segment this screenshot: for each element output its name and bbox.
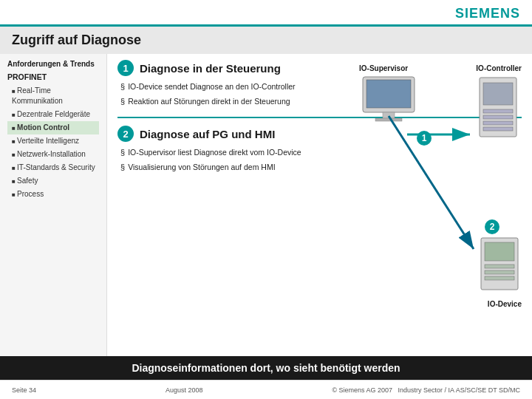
main-content: Anforderungen & Trends PROFINET Real-Tim…	[0, 54, 532, 364]
content-area: 1 Diagnose in der Steuerung IO-Device se…	[107, 54, 532, 364]
sidebar-item-itstandards[interactable]: IT-Standards & Security	[7, 161, 99, 174]
sidebar-section-anforderungen: Anforderungen & Trends	[7, 60, 99, 68]
diagram-area: IO-Supervisor IO-Controller	[344, 57, 522, 338]
sidebar: Anforderungen & Trends PROFINET Real-Tim…	[0, 54, 107, 364]
section2-title: Diagnose auf PG und HMI	[140, 128, 275, 140]
footer-copyright: © Siemens AG 2007 Industry Sector / IA A…	[332, 386, 520, 394]
section1-number: 1	[117, 60, 134, 76]
sidebar-item-safety[interactable]: Safety	[7, 174, 99, 188]
sidebar-item-process[interactable]: Process	[7, 188, 99, 201]
page-footer: Seite 34 August 2008 © Siemens AG 2007 I…	[0, 380, 532, 399]
sidebar-item-netzwerk[interactable]: Netzwerk-Installation	[7, 148, 99, 161]
diagram-badge-2: 2	[485, 219, 499, 234]
section2-number: 2	[117, 126, 134, 142]
siemens-logo: SIEMENS	[455, 6, 520, 21]
sidebar-item-realtime[interactable]: Real-Time Kommunikation	[7, 84, 99, 108]
section1-title: Diagnose in der Steuerung	[140, 62, 281, 75]
sidebar-item-dezentrale[interactable]: Dezentrale Feldgeräte	[7, 108, 99, 121]
bottom-banner-text: Diagnoseinformationen dort, wo sieht ben…	[132, 362, 400, 374]
bottom-banner: Diagnoseinformationen dort, wo sieht ben…	[0, 356, 532, 380]
sidebar-profinet-label: PROFINET	[7, 72, 99, 81]
footer-page-label: Seite 34	[12, 386, 36, 394]
page-title: Zugriff auf Diagnose	[0, 27, 532, 54]
footer-date: August 2008	[166, 386, 203, 394]
sidebar-item-motion-control[interactable]: Motion Control	[7, 121, 99, 134]
diagram-arrows	[344, 57, 522, 338]
sidebar-item-verteilte[interactable]: Verteilte Intelligenz	[7, 134, 99, 148]
page-header: SIEMENS	[0, 0, 532, 27]
diagram-badge-1: 1	[417, 131, 432, 146]
